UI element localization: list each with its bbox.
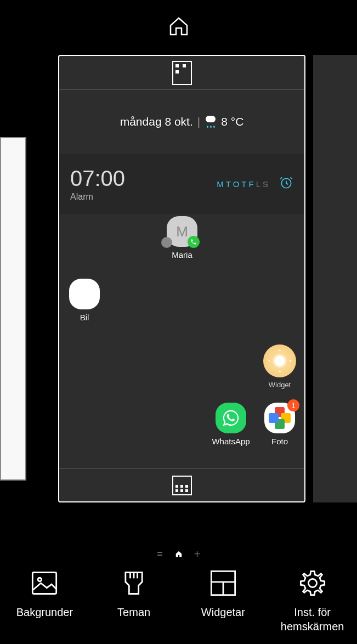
- app-label: Bil: [80, 313, 89, 322]
- preview-dock-zone: [59, 468, 304, 501]
- date-text: måndag 8 okt.: [120, 115, 193, 128]
- business-icon: [172, 61, 192, 85]
- contact-maria[interactable]: M Maria: [158, 216, 206, 259]
- contact-avatar: M: [167, 216, 197, 247]
- phone-badge-icon: [188, 236, 200, 248]
- wallpapers-button[interactable]: Bakgrunder: [2, 569, 87, 619]
- pages-container: måndag 8 okt. | 8 °C 07:00 Alarm MTOTFLS: [0, 55, 357, 528]
- app-drawer-icon[interactable]: [172, 476, 192, 495]
- add-page-button[interactable]: +: [194, 550, 201, 558]
- clock-icon: [279, 176, 293, 192]
- date-weather-widget[interactable]: måndag 8 okt. | 8 °C: [59, 90, 304, 154]
- right-page-peek[interactable]: [313, 55, 357, 502]
- preview-status-zone: [59, 56, 304, 90]
- widgets-icon: [209, 569, 237, 597]
- widgets-button[interactable]: Widgetar: [180, 569, 265, 619]
- contact-initial: M: [176, 223, 188, 240]
- page-indicator-home[interactable]: [175, 550, 183, 558]
- app-label: Maria: [172, 250, 192, 259]
- home-icon: [168, 15, 190, 39]
- page-indicator-1[interactable]: =: [156, 550, 164, 558]
- app-grid: M Maria Bil Widget: [59, 214, 304, 468]
- alarm-label: Alarm: [70, 192, 125, 202]
- alarm-days-row: MTOTFLS: [217, 176, 293, 192]
- divider: |: [197, 115, 200, 128]
- alarm-time: 07:00: [70, 166, 125, 191]
- alarm-info: 07:00 Alarm: [70, 166, 125, 202]
- left-page-peek[interactable]: [0, 137, 26, 481]
- toolbar-label: Teman: [117, 605, 150, 619]
- toolbar-label: Widgetar: [201, 605, 245, 619]
- app-label: WhatsApp: [212, 437, 250, 446]
- svg-point-9: [308, 579, 316, 587]
- sun-icon: [263, 344, 296, 377]
- app-label: Widget: [269, 381, 291, 389]
- app-label: Foto: [271, 437, 288, 446]
- homescreen-settings-button[interactable]: Inst. för hemskärmen: [270, 569, 355, 634]
- page-indicators: = +: [0, 543, 357, 565]
- header: [0, 0, 357, 55]
- whatsapp-icon: [216, 403, 246, 433]
- home-page-preview[interactable]: måndag 8 okt. | 8 °C 07:00 Alarm MTOTFLS: [58, 55, 305, 502]
- svg-rect-1: [33, 573, 56, 594]
- wallpapers-icon: [30, 569, 59, 597]
- brightness-widget[interactable]: Widget: [256, 344, 304, 389]
- bottom-toolbar: Bakgrunder Teman Widgetar: [0, 564, 357, 644]
- sim-badge-icon: [161, 237, 172, 248]
- svg-point-2: [38, 578, 42, 581]
- toolbar-label: Inst. för hemskärmen: [270, 605, 355, 634]
- notification-badge: 1: [287, 399, 299, 411]
- folder-icon: [69, 279, 100, 309]
- app-foto[interactable]: 1 Foto: [256, 403, 304, 446]
- themes-icon: [120, 569, 148, 597]
- toolbar-label: Bakgrunder: [16, 605, 73, 619]
- alarm-widget[interactable]: 07:00 Alarm MTOTFLS: [59, 154, 304, 214]
- app-whatsapp[interactable]: WhatsApp: [207, 403, 255, 446]
- weather-icon: [205, 116, 217, 128]
- temperature-text: 8 °C: [221, 115, 243, 128]
- week-days: MTOTFLS: [217, 179, 270, 189]
- gear-icon: [298, 569, 327, 597]
- themes-button[interactable]: Teman: [92, 569, 177, 619]
- folder-bil[interactable]: Bil: [60, 279, 109, 322]
